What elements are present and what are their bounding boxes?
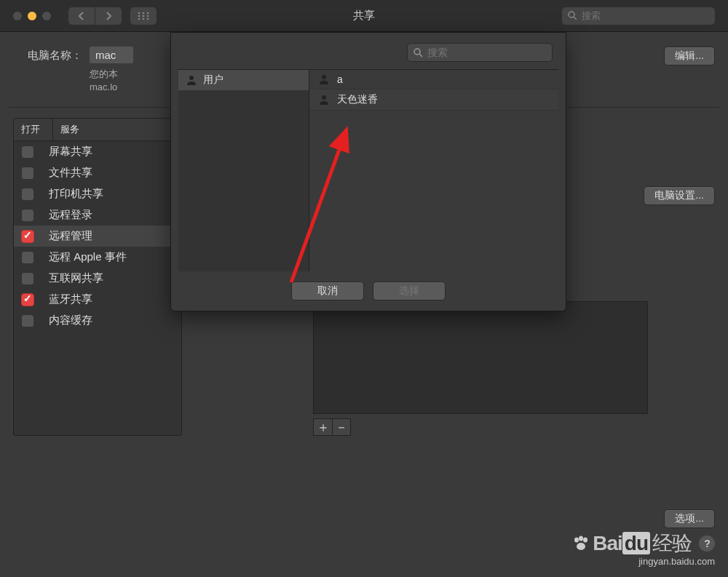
allowed-users-list[interactable]: [313, 301, 648, 414]
paw-icon: [572, 536, 590, 552]
service-checkbox[interactable]: [21, 146, 34, 159]
computer-settings-button[interactable]: 电脑设置...: [644, 186, 715, 205]
watermark-url: jingyan.baidu.com: [572, 556, 715, 567]
titlebar-search[interactable]: [562, 7, 715, 25]
svg-point-9: [569, 12, 574, 17]
service-label: 蓝牙共享: [49, 293, 174, 306]
minimize-window-button[interactable]: [28, 12, 36, 20]
person-icon: [186, 74, 197, 86]
svg-point-3: [138, 15, 141, 17]
show-all-button[interactable]: [130, 7, 157, 25]
forward-button[interactable]: [95, 7, 122, 25]
service-label: 远程 Apple 事件: [49, 250, 174, 264]
zoom-window-button[interactable]: [42, 12, 51, 20]
service-row[interactable]: 远程登录: [14, 204, 181, 226]
service-label: 远程登录: [49, 208, 174, 222]
user-row[interactable]: 天色迷香: [309, 89, 558, 111]
svg-point-7: [143, 17, 145, 20]
svg-point-13: [189, 76, 194, 80]
svg-point-18: [579, 536, 583, 541]
service-row[interactable]: 互联网共享: [14, 268, 181, 289]
svg-point-19: [583, 538, 587, 543]
service-label: 屏幕共享: [49, 145, 174, 159]
remove-user-button[interactable]: －: [332, 418, 351, 436]
user-row[interactable]: a: [309, 70, 558, 89]
column-service: 服务: [53, 119, 181, 140]
svg-point-17: [574, 538, 579, 543]
service-row[interactable]: 屏幕共享: [14, 141, 181, 162]
nav-buttons: [68, 7, 122, 25]
close-window-button[interactable]: [13, 12, 22, 20]
svg-point-1: [143, 12, 145, 14]
svg-point-15: [322, 95, 326, 100]
service-checkbox[interactable]: [21, 293, 34, 306]
services-header: 打开 服务: [14, 119, 181, 141]
user-list: a 天色迷香: [309, 70, 558, 271]
person-icon: [318, 94, 330, 106]
select-button[interactable]: 选择: [373, 282, 446, 301]
service-row[interactable]: 文件共享: [14, 162, 181, 183]
service-label: 互联网共享: [49, 271, 174, 285]
modal-search[interactable]: [407, 43, 553, 62]
service-checkbox[interactable]: [21, 230, 34, 243]
svg-point-5: [147, 15, 149, 17]
service-checkbox[interactable]: [21, 209, 34, 222]
group-list: 用户: [178, 70, 309, 271]
services-list: 打开 服务 屏幕共享 文件共享 打印机共享 远程登录 远程管理 远程 Apple…: [13, 118, 182, 436]
help-button[interactable]: ?: [699, 536, 715, 552]
person-icon: [318, 73, 330, 85]
svg-point-4: [143, 15, 145, 17]
svg-line-12: [419, 54, 422, 57]
group-users[interactable]: 用户: [178, 70, 309, 90]
titlebar-search-input[interactable]: [582, 10, 709, 21]
computer-name-input[interactable]: [90, 47, 133, 63]
svg-point-11: [414, 49, 420, 55]
service-checkbox[interactable]: [21, 314, 34, 327]
computer-name-description: 您的本 mac.lo: [90, 68, 133, 94]
svg-point-0: [138, 12, 141, 14]
user-picker-sheet: 用户 a 天色迷香 取消 选择: [170, 32, 566, 311]
service-checkbox[interactable]: [21, 167, 34, 180]
service-label: 远程管理: [49, 229, 174, 243]
service-row[interactable]: 内容缓存: [14, 310, 181, 331]
service-row[interactable]: 远程管理: [14, 226, 181, 247]
service-row[interactable]: 远程 Apple 事件: [14, 247, 181, 268]
user-name: a: [337, 73, 343, 85]
service-checkbox[interactable]: [21, 188, 34, 201]
window-title: 共享: [353, 9, 375, 23]
svg-point-20: [577, 543, 585, 550]
group-label: 用户: [203, 73, 223, 87]
svg-point-2: [147, 12, 149, 14]
back-button[interactable]: [68, 7, 95, 25]
modal-search-input[interactable]: [427, 47, 555, 58]
user-name: 天色迷香: [337, 93, 378, 106]
search-icon: [414, 48, 423, 57]
traffic-lights: [13, 12, 51, 20]
service-label: 内容缓存: [49, 314, 174, 327]
svg-point-6: [138, 17, 141, 20]
service-checkbox[interactable]: [21, 251, 34, 264]
column-on: 打开: [14, 119, 53, 140]
options-button[interactable]: 选项...: [664, 509, 715, 528]
service-checkbox[interactable]: [21, 272, 34, 285]
add-user-button[interactable]: ＋: [313, 418, 332, 436]
computer-name-label: 电脑名称：: [13, 47, 82, 63]
search-icon: [568, 11, 577, 20]
service-label: 打印机共享: [49, 187, 174, 201]
service-row[interactable]: 蓝牙共享: [14, 289, 181, 310]
service-label: 文件共享: [49, 166, 174, 180]
svg-line-10: [574, 17, 577, 20]
window-titlebar: 共享: [0, 0, 728, 32]
cancel-button[interactable]: 取消: [291, 282, 364, 301]
svg-point-14: [322, 75, 326, 79]
edit-button[interactable]: 编辑...: [664, 47, 715, 65]
watermark: Baidu经验 ? jingyan.baidu.com: [572, 530, 715, 567]
service-row[interactable]: 打印机共享: [14, 183, 181, 204]
svg-point-8: [147, 17, 149, 20]
